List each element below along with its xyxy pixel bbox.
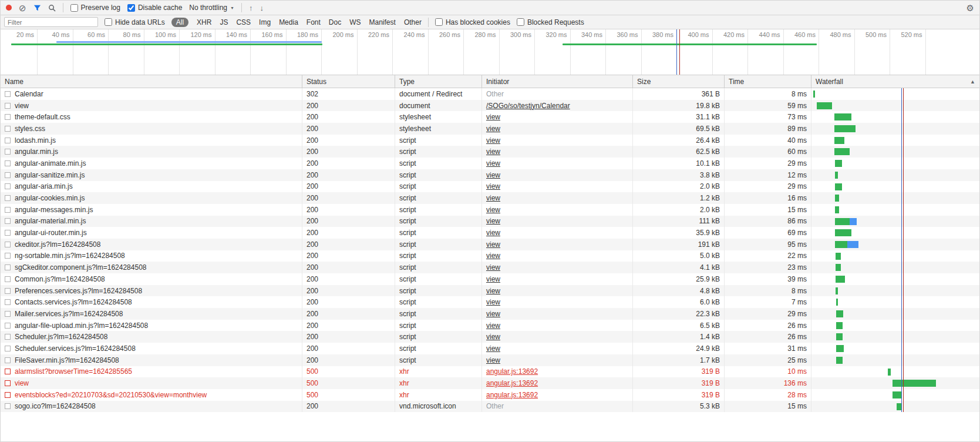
initiator-link[interactable]: view: [486, 206, 500, 214]
initiator-link[interactable]: view: [486, 113, 500, 121]
initiator-link[interactable]: /SOGo/so/testjyn/Calendar: [486, 102, 570, 110]
preserve-log-input[interactable]: [70, 4, 78, 12]
hide-data-urls-input[interactable]: [105, 18, 112, 26]
initiator-link[interactable]: view: [486, 159, 500, 168]
type-filter-ws[interactable]: WS: [349, 18, 361, 26]
column-header-waterfall[interactable]: Waterfall▲: [811, 75, 979, 88]
table-row[interactable]: Contacts.services.js?lm=1624284508200scr…: [1, 296, 979, 308]
initiator-link[interactable]: view: [486, 333, 500, 341]
name-cell[interactable]: FileSaver.min.js?lm=1624284508: [1, 354, 302, 366]
name-cell[interactable]: angular-ui-router.min.js: [1, 227, 302, 239]
name-cell[interactable]: Preferences.services.js?lm=1624284508: [1, 285, 302, 297]
type-filter-js[interactable]: JS: [220, 18, 228, 26]
settings-gear-icon[interactable]: ⚙: [966, 4, 974, 12]
table-row[interactable]: view200document/SOGo/so/testjyn/Calendar…: [1, 100, 979, 112]
initiator-link[interactable]: view: [486, 229, 500, 237]
table-row[interactable]: Common.js?lm=1624284508200scriptview25.9…: [1, 273, 979, 285]
name-cell[interactable]: Scheduler.services.js?lm=1624284508: [1, 343, 302, 354]
initiator-link[interactable]: view: [486, 275, 500, 283]
type-filter-css[interactable]: CSS: [236, 18, 251, 26]
table-row[interactable]: Scheduler.services.js?lm=1624284508200sc…: [1, 343, 979, 354]
table-row[interactable]: sgCkeditor.component.js?lm=1624284508200…: [1, 262, 979, 273]
name-cell[interactable]: ng-sortable.min.js?lm=1624284508: [1, 250, 302, 262]
table-row[interactable]: angular-animate.min.js200scriptview10.1 …: [1, 158, 979, 169]
table-row[interactable]: angular-material.min.js200scriptview111 …: [1, 216, 979, 227]
table-row[interactable]: angular-cookies.min.js200scriptview1.2 k…: [1, 192, 979, 204]
type-filter-media[interactable]: Media: [279, 18, 298, 26]
name-cell[interactable]: Contacts.services.js?lm=1624284508: [1, 296, 302, 308]
initiator-link[interactable]: angular.js:13692: [486, 367, 538, 376]
column-header-status[interactable]: Status: [302, 75, 395, 88]
hide-data-urls-checkbox[interactable]: Hide data URLs: [105, 18, 165, 26]
table-row[interactable]: Mailer.services.js?lm=1624284508200scrip…: [1, 308, 979, 320]
name-cell[interactable]: angular-messages.min.js: [1, 204, 302, 216]
table-row[interactable]: angular-ui-router.min.js200scriptview35.…: [1, 227, 979, 239]
table-row[interactable]: Preferences.services.js?lm=1624284508200…: [1, 285, 979, 297]
name-cell[interactable]: lodash.min.js: [1, 135, 302, 146]
table-row[interactable]: FileSaver.min.js?lm=1624284508200scriptv…: [1, 354, 979, 366]
name-cell[interactable]: styles.css: [1, 123, 302, 135]
table-row[interactable]: angular.min.js200scriptview62.5 kB60 ms: [1, 146, 979, 158]
type-filter-img[interactable]: Img: [259, 18, 271, 26]
name-cell[interactable]: Mailer.services.js?lm=1624284508: [1, 308, 302, 320]
table-row[interactable]: sogo.ico?lm=1624284508200vnd.microsoft.i…: [1, 401, 979, 413]
table-row[interactable]: eventsblocks?ed=20210703&sd=20210530&vie…: [1, 389, 979, 401]
throttling-dropdown[interactable]: No throttling ▼: [189, 4, 234, 12]
table-row[interactable]: lodash.min.js200scriptview26.4 kB40 ms: [1, 135, 979, 146]
name-cell[interactable]: view: [1, 100, 302, 112]
has-blocked-cookies-input[interactable]: [435, 18, 443, 26]
disable-cache-checkbox[interactable]: Disable cache: [127, 4, 182, 12]
type-filter-all[interactable]: All: [171, 18, 188, 27]
name-cell[interactable]: Common.js?lm=1624284508: [1, 273, 302, 285]
name-cell[interactable]: angular-sanitize.min.js: [1, 169, 302, 181]
initiator-link[interactable]: view: [486, 252, 500, 260]
disable-cache-input[interactable]: [127, 4, 135, 12]
type-filter-font[interactable]: Font: [307, 18, 321, 26]
type-filter-manifest[interactable]: Manifest: [369, 18, 396, 26]
initiator-link[interactable]: view: [486, 125, 500, 133]
name-cell[interactable]: ckeditor.js?lm=1624284508: [1, 239, 302, 250]
initiator-link[interactable]: view: [486, 263, 500, 272]
initiator-link[interactable]: view: [486, 171, 500, 179]
name-cell[interactable]: alarmslist?browserTime=1624285565: [1, 366, 302, 378]
name-cell[interactable]: Scheduler.js?lm=1624284508: [1, 331, 302, 343]
initiator-link[interactable]: view: [486, 136, 500, 145]
column-header-type[interactable]: Type: [395, 75, 482, 88]
name-cell[interactable]: sgCkeditor.component.js?lm=1624284508: [1, 262, 302, 273]
record-icon[interactable]: [6, 5, 12, 11]
table-row[interactable]: angular-sanitize.min.js200scriptview3.8 …: [1, 169, 979, 181]
table-row[interactable]: ckeditor.js?lm=1624284508200scriptview19…: [1, 239, 979, 250]
filter-icon[interactable]: [33, 4, 41, 12]
table-row[interactable]: theme-default.css200stylesheetview31.1 k…: [1, 111, 979, 123]
blocked-requests-checkbox[interactable]: Blocked Requests: [517, 18, 584, 26]
initiator-link[interactable]: angular.js:13692: [486, 391, 538, 399]
export-har-icon[interactable]: ↓: [260, 4, 264, 12]
table-row[interactable]: angular-file-upload.min.js?lm=1624284508…: [1, 320, 979, 332]
name-cell[interactable]: angular.min.js: [1, 146, 302, 158]
import-har-icon[interactable]: ↑: [249, 4, 253, 12]
column-header-size[interactable]: Size: [633, 75, 725, 88]
name-cell[interactable]: theme-default.css: [1, 111, 302, 123]
table-row[interactable]: alarmslist?browserTime=1624285565500xhra…: [1, 366, 979, 378]
initiator-link[interactable]: view: [486, 148, 500, 156]
name-cell[interactable]: angular-material.min.js: [1, 216, 302, 227]
has-blocked-cookies-checkbox[interactable]: Has blocked cookies: [435, 18, 510, 26]
type-filter-other[interactable]: Other: [404, 18, 422, 26]
name-cell[interactable]: sogo.ico?lm=1624284508: [1, 401, 302, 413]
type-filter-xhr[interactable]: XHR: [197, 18, 211, 26]
type-filter-doc[interactable]: Doc: [329, 18, 341, 26]
initiator-link[interactable]: view: [486, 217, 500, 225]
initiator-link[interactable]: view: [486, 344, 500, 353]
name-cell[interactable]: angular-file-upload.min.js?lm=1624284508: [1, 320, 302, 332]
name-cell[interactable]: view: [1, 377, 302, 389]
filter-input[interactable]: [4, 17, 98, 27]
blocked-requests-input[interactable]: [517, 18, 524, 26]
initiator-link[interactable]: view: [486, 356, 500, 364]
initiator-link[interactable]: view: [486, 287, 500, 295]
timeline-overview[interactable]: 20 ms40 ms60 ms80 ms100 ms120 ms140 ms16…: [1, 29, 979, 75]
table-row[interactable]: view500xhrangular.js:13692319 B136 ms: [1, 377, 979, 389]
table-row[interactable]: styles.css200stylesheetview69.5 kB89 ms: [1, 123, 979, 135]
column-header-name[interactable]: Name: [1, 75, 302, 88]
column-header-time[interactable]: Time: [725, 75, 811, 88]
preserve-log-checkbox[interactable]: Preserve log: [70, 4, 120, 12]
